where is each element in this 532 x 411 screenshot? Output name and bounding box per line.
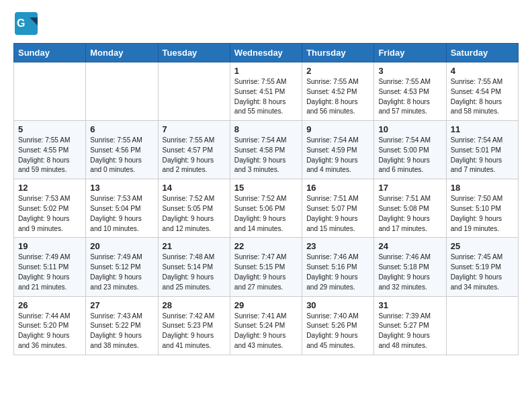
- day-number: 22: [234, 241, 298, 251]
- day-cell: [86, 62, 158, 121]
- weekday-sunday: Sunday: [14, 44, 86, 62]
- day-info: Sunrise: 7:46 AM Sunset: 5:16 PM Dayligh…: [306, 253, 369, 292]
- day-number: 21: [163, 241, 226, 251]
- weekday-wednesday: Wednesday: [230, 44, 302, 62]
- day-cell: 3Sunrise: 7:55 AM Sunset: 4:53 PM Daylig…: [374, 62, 446, 121]
- day-info: Sunrise: 7:54 AM Sunset: 4:59 PM Dayligh…: [306, 136, 369, 175]
- day-info: Sunrise: 7:49 AM Sunset: 5:12 PM Dayligh…: [90, 253, 153, 292]
- day-cell: 21Sunrise: 7:48 AM Sunset: 5:14 PM Dayli…: [158, 238, 230, 296]
- day-number: 30: [306, 300, 369, 310]
- day-number: 26: [18, 300, 81, 310]
- day-number: 24: [378, 241, 441, 251]
- day-number: 2: [306, 66, 369, 76]
- day-number: 25: [451, 241, 514, 251]
- day-cell: 18Sunrise: 7:50 AM Sunset: 5:10 PM Dayli…: [446, 179, 518, 238]
- weekday-header-row: SundayMondayTuesdayWednesdayThursdayFrid…: [14, 44, 519, 62]
- day-number: 14: [163, 183, 226, 193]
- day-number: 29: [234, 300, 298, 310]
- day-number: 15: [234, 183, 298, 193]
- day-info: Sunrise: 7:47 AM Sunset: 5:15 PM Dayligh…: [234, 253, 298, 292]
- day-info: Sunrise: 7:52 AM Sunset: 5:06 PM Dayligh…: [234, 194, 298, 234]
- day-cell: 31Sunrise: 7:39 AM Sunset: 5:27 PM Dayli…: [374, 296, 446, 355]
- day-cell: 27Sunrise: 7:43 AM Sunset: 5:22 PM Dayli…: [86, 296, 158, 355]
- day-cell: 10Sunrise: 7:54 AM Sunset: 5:00 PM Dayli…: [374, 121, 446, 179]
- day-number: 8: [234, 124, 298, 134]
- day-cell: [446, 296, 518, 355]
- day-number: 6: [90, 124, 153, 134]
- day-cell: 4Sunrise: 7:55 AM Sunset: 4:54 PM Daylig…: [446, 62, 518, 121]
- day-cell: [158, 62, 230, 121]
- day-info: Sunrise: 7:52 AM Sunset: 5:05 PM Dayligh…: [163, 194, 226, 234]
- day-info: Sunrise: 7:54 AM Sunset: 4:58 PM Dayligh…: [234, 136, 298, 175]
- day-number: 7: [163, 124, 226, 134]
- day-info: Sunrise: 7:54 AM Sunset: 5:01 PM Dayligh…: [451, 136, 514, 175]
- week-row-5: 26Sunrise: 7:44 AM Sunset: 5:20 PM Dayli…: [14, 296, 519, 355]
- day-cell: 9Sunrise: 7:54 AM Sunset: 4:59 PM Daylig…: [302, 121, 374, 179]
- day-info: Sunrise: 7:46 AM Sunset: 5:18 PM Dayligh…: [378, 253, 441, 292]
- logo-icon: G: [13, 11, 39, 36]
- day-number: 5: [18, 124, 81, 134]
- day-number: 4: [451, 66, 514, 76]
- day-cell: 7Sunrise: 7:55 AM Sunset: 4:57 PM Daylig…: [158, 121, 230, 179]
- day-number: 3: [378, 66, 441, 76]
- day-cell: 2Sunrise: 7:55 AM Sunset: 4:52 PM Daylig…: [302, 62, 374, 121]
- day-cell: 11Sunrise: 7:54 AM Sunset: 5:01 PM Dayli…: [446, 121, 518, 179]
- calendar: SundayMondayTuesdayWednesdayThursdayFrid…: [13, 43, 519, 355]
- day-info: Sunrise: 7:55 AM Sunset: 4:56 PM Dayligh…: [90, 136, 153, 175]
- day-info: Sunrise: 7:55 AM Sunset: 4:55 PM Dayligh…: [18, 136, 81, 175]
- day-cell: 13Sunrise: 7:53 AM Sunset: 5:04 PM Dayli…: [86, 179, 158, 238]
- day-cell: 29Sunrise: 7:41 AM Sunset: 5:24 PM Dayli…: [230, 296, 302, 355]
- day-info: Sunrise: 7:54 AM Sunset: 5:00 PM Dayligh…: [378, 136, 441, 175]
- day-info: Sunrise: 7:51 AM Sunset: 5:08 PM Dayligh…: [378, 194, 441, 234]
- day-cell: 25Sunrise: 7:45 AM Sunset: 5:19 PM Dayli…: [446, 238, 518, 296]
- day-cell: 6Sunrise: 7:55 AM Sunset: 4:56 PM Daylig…: [86, 121, 158, 179]
- day-info: Sunrise: 7:41 AM Sunset: 5:24 PM Dayligh…: [234, 312, 298, 351]
- day-info: Sunrise: 7:55 AM Sunset: 4:52 PM Dayligh…: [306, 77, 369, 117]
- day-cell: 26Sunrise: 7:44 AM Sunset: 5:20 PM Dayli…: [14, 296, 86, 355]
- day-cell: 17Sunrise: 7:51 AM Sunset: 5:08 PM Dayli…: [374, 179, 446, 238]
- day-number: 17: [378, 183, 441, 193]
- weekday-thursday: Thursday: [302, 44, 374, 62]
- page: G SundayMondayTuesdayWednesdayThursdayFr…: [0, 0, 532, 411]
- day-info: Sunrise: 7:55 AM Sunset: 4:57 PM Dayligh…: [163, 136, 226, 175]
- svg-text:G: G: [17, 17, 25, 29]
- day-info: Sunrise: 7:39 AM Sunset: 5:27 PM Dayligh…: [378, 312, 441, 351]
- day-cell: 24Sunrise: 7:46 AM Sunset: 5:18 PM Dayli…: [374, 238, 446, 296]
- weekday-friday: Friday: [374, 44, 446, 62]
- day-info: Sunrise: 7:55 AM Sunset: 4:54 PM Dayligh…: [451, 77, 514, 117]
- day-number: 12: [18, 183, 81, 193]
- day-number: 27: [90, 300, 153, 310]
- logo: G: [13, 11, 42, 36]
- day-info: Sunrise: 7:49 AM Sunset: 5:11 PM Dayligh…: [18, 253, 81, 292]
- day-number: 10: [378, 124, 441, 134]
- day-info: Sunrise: 7:51 AM Sunset: 5:07 PM Dayligh…: [306, 194, 369, 234]
- day-cell: [14, 62, 86, 121]
- week-row-1: 1Sunrise: 7:55 AM Sunset: 4:51 PM Daylig…: [14, 62, 519, 121]
- day-cell: 16Sunrise: 7:51 AM Sunset: 5:07 PM Dayli…: [302, 179, 374, 238]
- day-number: 31: [378, 300, 441, 310]
- day-info: Sunrise: 7:53 AM Sunset: 5:04 PM Dayligh…: [90, 194, 153, 234]
- day-cell: 14Sunrise: 7:52 AM Sunset: 5:05 PM Dayli…: [158, 179, 230, 238]
- day-info: Sunrise: 7:55 AM Sunset: 4:53 PM Dayligh…: [378, 77, 441, 117]
- day-cell: 22Sunrise: 7:47 AM Sunset: 5:15 PM Dayli…: [230, 238, 302, 296]
- day-number: 13: [90, 183, 153, 193]
- day-info: Sunrise: 7:48 AM Sunset: 5:14 PM Dayligh…: [163, 253, 226, 292]
- day-cell: 19Sunrise: 7:49 AM Sunset: 5:11 PM Dayli…: [14, 238, 86, 296]
- week-row-3: 12Sunrise: 7:53 AM Sunset: 5:02 PM Dayli…: [14, 179, 519, 238]
- day-cell: 1Sunrise: 7:55 AM Sunset: 4:51 PM Daylig…: [230, 62, 302, 121]
- day-number: 20: [90, 241, 153, 251]
- day-number: 1: [234, 66, 298, 76]
- day-info: Sunrise: 7:45 AM Sunset: 5:19 PM Dayligh…: [451, 253, 514, 292]
- day-number: 28: [163, 300, 226, 310]
- day-info: Sunrise: 7:44 AM Sunset: 5:20 PM Dayligh…: [18, 312, 81, 351]
- day-info: Sunrise: 7:43 AM Sunset: 5:22 PM Dayligh…: [90, 312, 153, 351]
- weekday-saturday: Saturday: [446, 44, 518, 62]
- day-info: Sunrise: 7:55 AM Sunset: 4:51 PM Dayligh…: [234, 77, 298, 117]
- header: G: [13, 11, 519, 36]
- day-number: 18: [451, 183, 514, 193]
- day-cell: 20Sunrise: 7:49 AM Sunset: 5:12 PM Dayli…: [86, 238, 158, 296]
- weekday-monday: Monday: [86, 44, 158, 62]
- day-info: Sunrise: 7:42 AM Sunset: 5:23 PM Dayligh…: [163, 312, 226, 351]
- day-info: Sunrise: 7:50 AM Sunset: 5:10 PM Dayligh…: [451, 194, 514, 234]
- day-cell: 5Sunrise: 7:55 AM Sunset: 4:55 PM Daylig…: [14, 121, 86, 179]
